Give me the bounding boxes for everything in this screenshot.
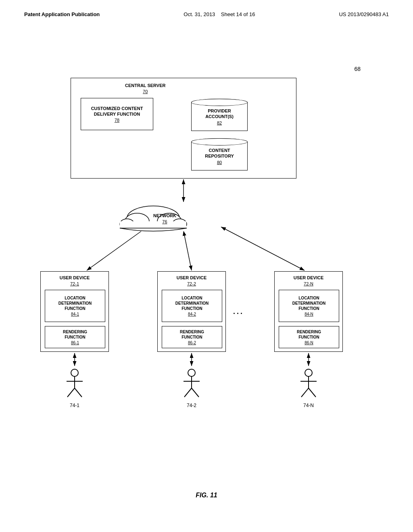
content-repository-cylinder: CONTENT REPOSITORY 80 (191, 138, 248, 170)
figure-label: FIG. 11 (196, 492, 217, 499)
central-server-label: CENTRAL SERVER 70 (125, 83, 165, 94)
ccdf-box: CUSTOMIZED CONTENT DELIVERY FUNCTION 78 (81, 98, 153, 130)
user-device-3-box: USER DEVICE 72-N LOCATION DETERMINATION … (274, 271, 343, 352)
network-label: NETWORK 76 (153, 213, 176, 224)
ud1-rendering-box: RENDERING FUNCTION 86-1 (45, 326, 105, 348)
svg-point-15 (125, 213, 149, 229)
header-left: Patent Application Publication (24, 11, 100, 17)
ud1-location-box: LOCATION DETERMINATION FUNCTION 84-1 (45, 290, 105, 322)
diagram-area: 68 CENTRAL SERVER 70 CUSTOMIZED CONTENT … (0, 21, 413, 513)
svg-point-21 (71, 369, 78, 376)
svg-line-35 (309, 388, 316, 397)
svg-line-34 (301, 388, 309, 397)
svg-point-17 (120, 219, 134, 229)
ud2-rendering-box: RENDERING FUNCTION 86-2 (162, 326, 222, 348)
svg-line-25 (75, 388, 82, 397)
provider-accounts-cylinder: PROVIDER ACCOUNT(S) 82 (191, 99, 248, 131)
person-3: 74-N (292, 368, 325, 408)
ud3-location-box: LOCATION DETERMINATION FUNCTION 84-N (279, 290, 339, 322)
ud3-rendering-box: RENDERING FUNCTION 86-N (279, 326, 339, 348)
ud2-location-box: LOCATION DETERMINATION FUNCTION 84-2 (162, 290, 222, 322)
person-2: 74-2 (175, 368, 208, 408)
svg-line-10 (221, 227, 305, 270)
svg-point-26 (188, 369, 195, 376)
svg-line-8 (87, 227, 147, 270)
user-device-2-box: USER DEVICE 72-2 LOCATION DETERMINATION … (157, 271, 226, 352)
user-device-1-box: USER DEVICE 72-1 LOCATION DETERMINATION … (40, 271, 109, 352)
page-header: Patent Application Publication Oct. 31, … (0, 0, 413, 21)
header-center: Oct. 31, 2013 Sheet 14 of 16 (184, 11, 255, 17)
svg-line-24 (67, 388, 75, 397)
svg-line-29 (184, 388, 192, 397)
person-1: 74-1 (58, 368, 91, 408)
svg-line-9 (184, 231, 192, 270)
header-right: US 2013/0290483 A1 (339, 11, 389, 17)
dots-label: ... (233, 308, 244, 316)
svg-line-30 (192, 388, 199, 397)
svg-point-31 (305, 369, 312, 376)
ref-68-label: 68 (354, 66, 361, 72)
